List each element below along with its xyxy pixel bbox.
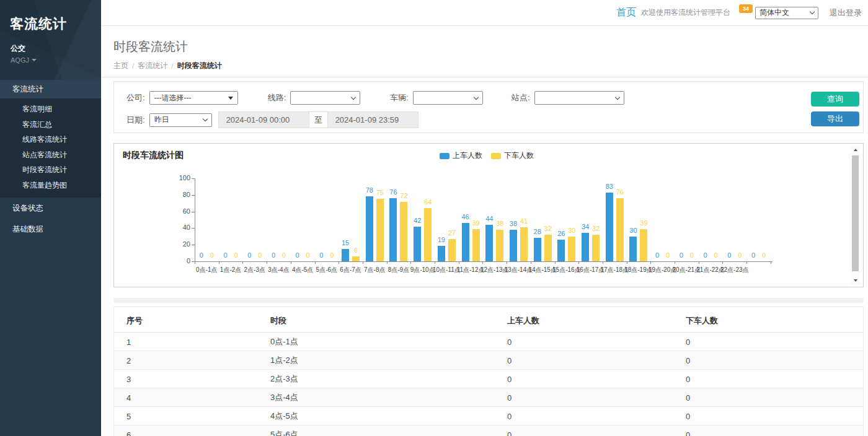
bar-alighting bbox=[616, 198, 624, 261]
table-cell: 0 bbox=[495, 425, 673, 436]
breadcrumb: 主页 / 客流统计 / 时段客流统计 bbox=[113, 61, 868, 71]
x-axis-tick-mark bbox=[555, 261, 556, 264]
vehicle-select[interactable] bbox=[413, 91, 483, 105]
sidebar-item-device-status[interactable]: 设备状态 bbox=[0, 198, 101, 219]
bar-value-label: 0 bbox=[755, 251, 773, 259]
table-row: 32点-3点00 bbox=[114, 370, 863, 388]
company-select[interactable]: ---请选择--- bbox=[149, 91, 238, 105]
station-label: 站点: bbox=[512, 92, 530, 103]
sidebar-item-passenger-summary[interactable]: 客流汇总 bbox=[0, 117, 101, 133]
chevron-down-icon bbox=[202, 116, 207, 121]
scrollbar-down-arrow[interactable] bbox=[851, 276, 860, 285]
export-button[interactable]: 导出 bbox=[811, 111, 859, 126]
col-header-index: 序号 bbox=[114, 307, 258, 333]
table-body: 10点-1点0021点-2点0032点-3点0043点-4点0054点-5点00… bbox=[114, 333, 863, 436]
chart-vertical-scrollbar[interactable] bbox=[851, 146, 860, 285]
breadcrumb-passenger-stats[interactable]: 客流统计 bbox=[138, 61, 167, 71]
date-label: 日期: bbox=[126, 115, 145, 126]
language-select[interactable]: 简体中文 bbox=[755, 7, 818, 19]
x-axis-label: 22点-23点 bbox=[720, 266, 749, 274]
table-cell: 0 bbox=[673, 425, 863, 436]
x-axis-tick-mark bbox=[339, 261, 339, 264]
org-code-label: AQGJ bbox=[11, 56, 29, 64]
y-axis-tick-label: 0 bbox=[114, 257, 190, 264]
x-axis-tick-mark bbox=[507, 261, 507, 264]
main-area: 首页 欢迎使用客流统计管理平台 34 简体中文 退出登录 时段客流统计 主页 /… bbox=[101, 0, 868, 436]
org-code-dropdown[interactable]: AQGJ bbox=[0, 54, 101, 64]
table-cell: 6 bbox=[114, 425, 258, 436]
bar-value-label: 39 bbox=[634, 219, 653, 227]
table-cell: 4点-5点 bbox=[258, 407, 495, 425]
table-cell: 3点-4点 bbox=[258, 388, 495, 407]
table-cell: 2 bbox=[114, 351, 258, 370]
x-axis-tick-mark bbox=[291, 261, 291, 264]
horizontal-scrollbar-track[interactable] bbox=[113, 298, 864, 303]
table-row: 21点-2点00 bbox=[114, 351, 863, 370]
chevron-down-icon bbox=[810, 9, 815, 14]
bar-boarding bbox=[438, 246, 445, 261]
x-axis-label: 7点-8点 bbox=[364, 266, 385, 274]
sidebar-submenu: 客流明细 客流汇总 线路客流统计 站点客流统计 时段客流统计 客流量趋势图 bbox=[0, 98, 101, 198]
sidebar-item-station-stats[interactable]: 站点客流统计 bbox=[0, 147, 101, 163]
triangle-up-icon bbox=[854, 149, 857, 151]
bar-alighting bbox=[520, 227, 528, 261]
x-axis-label: 1点-2点 bbox=[220, 266, 241, 274]
sidebar: 客流统计 公交 AQGJ 客流统计 客流明细 客流汇总 线路客流统计 站点客流统… bbox=[0, 0, 101, 436]
x-axis-tick-mark bbox=[410, 261, 411, 264]
x-axis-tick-mark bbox=[387, 261, 388, 264]
bar-alighting bbox=[376, 199, 384, 261]
x-axis-tick-mark bbox=[195, 261, 195, 264]
bar-boarding bbox=[462, 223, 469, 261]
sidebar-section-label: 客流统计 bbox=[12, 84, 43, 95]
bar-value-label: 72 bbox=[394, 192, 413, 199]
query-button[interactable]: 查询 bbox=[811, 92, 859, 107]
col-header-alighting: 下车人数 bbox=[673, 307, 863, 333]
x-axis-tick-mark bbox=[242, 261, 243, 264]
date-from-input[interactable]: 2024-01-09 00:00 bbox=[218, 111, 309, 128]
sidebar-section-passenger-stats[interactable]: 客流统计 bbox=[0, 80, 101, 98]
line-select[interactable] bbox=[290, 91, 360, 105]
chevron-down-icon bbox=[351, 94, 356, 99]
logout-link[interactable]: 退出登录 bbox=[830, 7, 862, 19]
notification-badge: 34 bbox=[739, 4, 753, 13]
col-header-boarding: 上车人数 bbox=[495, 307, 673, 333]
x-axis-tick-mark bbox=[315, 261, 316, 264]
triangle-down-icon bbox=[854, 279, 857, 282]
x-axis-tick-mark bbox=[603, 261, 603, 264]
y-axis-line bbox=[195, 178, 195, 261]
line-label: 线路: bbox=[268, 92, 286, 103]
bar-alighting bbox=[448, 239, 456, 261]
table-cell: 2点-3点 bbox=[258, 370, 495, 388]
chart-panel: 时段车流统计图 上车人数 下车人数 020406080100000点-1点001… bbox=[113, 143, 864, 287]
org-name: 公交 bbox=[0, 33, 101, 54]
table-cell: 5 bbox=[114, 407, 258, 425]
date-to-input[interactable]: 2024-01-09 23:59 bbox=[327, 111, 418, 128]
scrollbar-thumb[interactable] bbox=[852, 155, 859, 271]
bar-alighting bbox=[352, 256, 360, 261]
sidebar-item-line-stats[interactable]: 线路客流统计 bbox=[0, 132, 101, 147]
sidebar-item-trend-chart[interactable]: 客流量趋势图 bbox=[0, 178, 101, 193]
scrollbar-up-arrow[interactable] bbox=[851, 146, 860, 154]
table-cell: 0 bbox=[495, 351, 673, 370]
vehicle-label: 车辆: bbox=[390, 92, 409, 103]
sidebar-item-passenger-detail[interactable]: 客流明细 bbox=[0, 102, 101, 117]
station-select[interactable] bbox=[534, 91, 624, 105]
breadcrumb-home[interactable]: 主页 bbox=[113, 61, 128, 71]
sidebar-item-period-stats[interactable]: 时段客流统计 bbox=[0, 162, 101, 178]
x-axis-tick-mark bbox=[363, 261, 363, 264]
home-link[interactable]: 首页 bbox=[616, 6, 636, 19]
data-table-panel: 序号 时段 上车人数 下车人数 10点-1点0021点-2点0032点-3点00… bbox=[113, 307, 864, 436]
date-preset-select[interactable]: 昨日 bbox=[149, 113, 212, 127]
table-cell: 0 bbox=[673, 351, 863, 370]
x-axis-label: 5点-6点 bbox=[316, 266, 337, 274]
bar-alighting bbox=[544, 235, 552, 261]
bar-boarding bbox=[414, 227, 421, 261]
breadcrumb-separator: / bbox=[132, 62, 134, 71]
bar-value-label: 76 bbox=[611, 188, 629, 196]
table-cell: 0 bbox=[673, 407, 863, 425]
bar-boarding bbox=[582, 233, 589, 261]
sidebar-item-base-data[interactable]: 基础数据 bbox=[0, 219, 101, 240]
table-cell: 5点-6点 bbox=[258, 425, 495, 436]
x-axis-tick-mark bbox=[650, 261, 651, 264]
table-cell: 0 bbox=[495, 333, 673, 351]
